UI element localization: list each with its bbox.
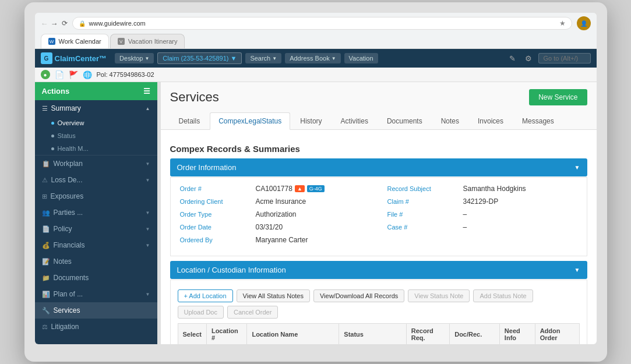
claim-button[interactable]: Claim (235-53-425891) ▼ [157, 52, 242, 64]
sidebar-item-documents[interactable]: 📁 Documents [35, 270, 157, 286]
actions-icon[interactable]: ☰ [143, 87, 150, 96]
file-num-row: File # – [387, 210, 577, 218]
address-book-button[interactable]: Address Book ▼ [285, 53, 340, 63]
edit-icon[interactable]: ✎ [506, 53, 519, 64]
toolbar: ● 📄 🚩 🌐 Pol: 4775949863-02 [35, 68, 597, 82]
cancel-order-button[interactable]: Cancel Order [227, 306, 278, 319]
view-all-status-notes-button[interactable]: View All Status Notes [237, 289, 310, 302]
new-service-button[interactable]: New Service [529, 89, 587, 105]
goto-input[interactable] [538, 53, 591, 63]
sidebar-sub-status[interactable]: Status [35, 129, 157, 142]
status-dot [51, 135, 54, 137]
tab-label-vacation: Vacation Itinerary [128, 38, 178, 45]
tab-invoices[interactable]: Invoices [469, 112, 512, 130]
plan-chevron: ▼ [146, 292, 150, 297]
sidebar-item-policy[interactable]: 📄 Policy ▼ [35, 221, 157, 237]
profile-avatar[interactable]: 👤 [577, 16, 591, 30]
tab-details[interactable]: Details [170, 112, 209, 130]
tab-messages[interactable]: Messages [513, 112, 563, 130]
order-info-header[interactable]: Order Information ▼ [170, 158, 587, 176]
exposures-icon: ⊞ [42, 193, 47, 200]
upload-doc-button[interactable]: Upload Doc [178, 306, 224, 319]
record-subject-label: Record Subject [387, 185, 463, 192]
workplan-icon: 📋 [42, 160, 50, 168]
status-green-icon: ● [41, 70, 50, 79]
litigation-label: Litigation [51, 323, 79, 331]
location-info-arrow: ▼ [574, 267, 580, 273]
back-arrow[interactable]: ← [41, 19, 48, 28]
col-location-num: Location # [206, 324, 247, 345]
summary-chevron: ▲ [146, 106, 150, 111]
toolbar-globe-icon: 🌐 [83, 70, 92, 79]
policy-label: Policy [54, 225, 72, 233]
financials-icon: 💰 [42, 242, 50, 249]
tab-notes[interactable]: Notes [432, 112, 468, 130]
col-need-info: Need Info [499, 324, 535, 345]
summary-icon: ☰ [42, 105, 48, 112]
overview-label: Overview [58, 119, 84, 126]
notes-icon: 📝 [42, 258, 50, 266]
tab-vacation-itinerary[interactable]: V Vacation Itinerary [110, 34, 185, 48]
sidebar-item-financials[interactable]: 💰 Financials ▼ [35, 237, 157, 253]
tab-favicon-vacation: V [118, 38, 125, 45]
sidebar-item-litigation[interactable]: ⚖ Litigation [35, 319, 157, 335]
view-download-all-records-button[interactable]: View/Download All Records [313, 289, 404, 302]
vacation-button[interactable]: Vacation [344, 53, 378, 63]
add-status-note-button[interactable]: Add Status Note [473, 289, 533, 302]
view-status-note-button[interactable]: View Status Note [408, 289, 470, 302]
sidebar-item-plan[interactable]: 📊 Plan of ... ▼ [35, 286, 157, 302]
pol-text: Pol: 4775949863-02 [97, 71, 154, 78]
location-info-header[interactable]: Location / Custodian Information ▼ [170, 261, 587, 279]
refresh-button[interactable]: ⟳ [62, 19, 68, 27]
order-num-row: Order # CA1001778 ▲ G-4G [180, 185, 370, 193]
settings-icon[interactable]: ⚙ [522, 53, 535, 64]
tab-history[interactable]: History [291, 112, 330, 130]
file-num-label: File # [387, 211, 463, 218]
order-date-value: 03/31/20 [256, 223, 370, 231]
sidebar-item-services[interactable]: 🔧 Services [35, 302, 157, 319]
order-date-label: Order Date [180, 224, 256, 231]
order-info-body: Order # CA1001778 ▲ G-4G Ordering [170, 177, 587, 256]
tab-activities[interactable]: Activities [332, 112, 377, 130]
ordering-client-row: Ordering Client Acme Insurance [180, 197, 370, 206]
order-type-row: Order Type Authorization [180, 210, 370, 218]
actions-label: Actions [42, 87, 70, 96]
search-button[interactable]: Search ▼ [245, 53, 281, 63]
tab-compex-legal[interactable]: CompexLegalStatus [210, 112, 290, 130]
sidebar-item-exposures[interactable]: ⊞ Exposures [35, 188, 157, 204]
tab-documents[interactable]: Documents [378, 112, 431, 130]
col-status: Status [339, 324, 406, 345]
order-type-label: Order Type [180, 211, 256, 218]
address-book-label: Address Book [290, 55, 329, 62]
sidebar-item-loss-de[interactable]: ⚠ Loss De... ▼ [35, 172, 157, 188]
sidebar-sub-health[interactable]: Health M... [35, 142, 157, 155]
policy-chevron: ▼ [146, 227, 150, 232]
claim-num-row: Claim # 342129-DP [387, 197, 577, 206]
forward-arrow[interactable]: → [51, 19, 58, 28]
financials-chevron: ▼ [146, 243, 150, 248]
add-location-button[interactable]: + Add Location [178, 289, 233, 302]
sidebar: Actions ☰ ☰ Summary ▲ Overview [35, 82, 157, 344]
sidebar-item-summary[interactable]: ☰ Summary ▲ [35, 100, 157, 116]
col-location-name: Location Name [247, 324, 339, 345]
address-bar[interactable]: 🔒 www.guidewire.com ★ [72, 17, 572, 30]
overview-dot [51, 122, 54, 125]
sidebar-sub-overview[interactable]: Overview [35, 116, 157, 129]
order-type-value: Authorization [256, 210, 370, 218]
bookmark-icon[interactable]: ★ [559, 19, 566, 27]
sidebar-item-notes[interactable]: 📝 Notes [35, 253, 157, 270]
desktop-button[interactable]: Desktop ▼ [115, 53, 154, 63]
sidebar-item-parties[interactable]: 👥 Parties ... ▼ [35, 204, 157, 221]
plan-label: Plan of ... [54, 290, 83, 298]
sidebar-item-workplan[interactable]: 📋 Workplan ▼ [35, 156, 157, 172]
app-header: G ClaimCenter™ Desktop ▼ Claim (235-53-4… [35, 49, 597, 68]
toolbar-icon2: 📄 [55, 70, 64, 79]
tab-work-calendar[interactable]: W Work Calendar [41, 34, 109, 48]
documents-icon: 📁 [42, 274, 50, 282]
case-num-label: Case # [387, 224, 463, 231]
case-num-value: – [463, 223, 577, 231]
financials-label: Financials [54, 241, 85, 249]
content-area: Services New Service Details CompexLegal… [161, 82, 597, 344]
section-title: Compex Records & Summaries [170, 137, 587, 158]
ordered-by-row: Ordered By Maryanne Carter [180, 236, 370, 244]
